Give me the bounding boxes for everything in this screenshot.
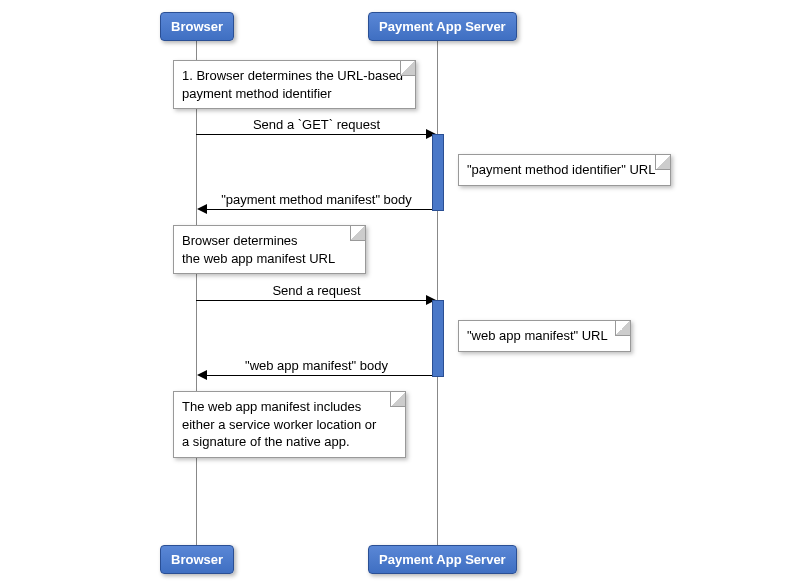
message-label: Send a request <box>196 283 437 298</box>
note-text: 1. Browser determines the URL-based <box>182 67 407 85</box>
arrow-left-icon <box>197 370 207 380</box>
note-corner-icon <box>655 155 670 170</box>
message-line <box>206 209 432 210</box>
note-text: The web app manifest includes <box>182 398 397 416</box>
participant-label: Payment App Server <box>379 552 506 567</box>
message-label: "web app manifest" body <box>196 358 437 373</box>
lifeline-server <box>437 40 438 545</box>
participant-browser-bottom: Browser <box>160 545 234 574</box>
note-manifest-includes: The web app manifest includes either a s… <box>173 391 406 458</box>
note-browser-determines-manifest-url: Browser determines the web app manifest … <box>173 225 366 274</box>
message-label: Send a `GET` request <box>196 117 437 132</box>
note-text: a signature of the native app. <box>182 433 397 451</box>
note-text: payment method identifier <box>182 85 407 103</box>
participant-label: Browser <box>171 552 223 567</box>
participant-label: Payment App Server <box>379 19 506 34</box>
participant-server-bottom: Payment App Server <box>368 545 517 574</box>
message-line <box>196 134 427 135</box>
message-line <box>196 300 427 301</box>
message-line <box>206 375 432 376</box>
note-corner-icon <box>400 61 415 76</box>
note-corner-icon <box>390 392 405 407</box>
participant-label: Browser <box>171 19 223 34</box>
note-web-app-manifest-url: "web app manifest" URL <box>458 320 631 352</box>
note-text: "payment method identifier" URL <box>467 161 662 179</box>
participant-server-top: Payment App Server <box>368 12 517 41</box>
sequence-diagram: Browser Payment App Server 1. Browser de… <box>0 0 800 587</box>
message-label: "payment method manifest" body <box>196 192 437 207</box>
note-payment-method-identifier-url: "payment method identifier" URL <box>458 154 671 186</box>
note-text: either a service worker location or <box>182 416 397 434</box>
note-text: the web app manifest URL <box>182 250 357 268</box>
note-corner-icon <box>615 321 630 336</box>
participant-browser-top: Browser <box>160 12 234 41</box>
note-browser-determines-identifier: 1. Browser determines the URL-based paym… <box>173 60 416 109</box>
arrow-left-icon <box>197 204 207 214</box>
note-corner-icon <box>350 226 365 241</box>
note-text: Browser determines <box>182 232 357 250</box>
note-text: "web app manifest" URL <box>467 327 622 345</box>
